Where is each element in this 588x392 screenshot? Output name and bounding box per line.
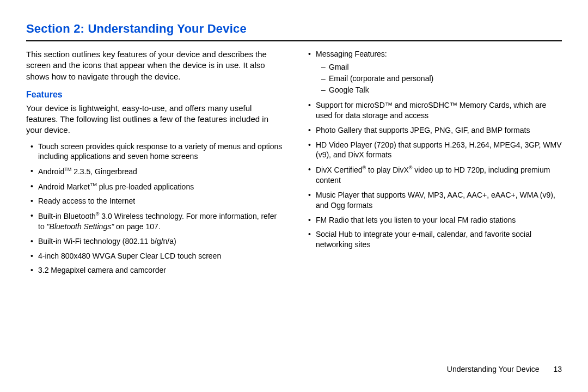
messaging-sublist: Gmail Email (corporate and personal) Goo…: [316, 62, 562, 96]
list-item: Ready access to the Internet: [33, 196, 284, 206]
text: Messaging Features:: [316, 50, 387, 58]
text: 2.3.5, Gingerbread: [71, 167, 137, 176]
list-item: DivX Certified® to play DivX® video up t…: [310, 164, 562, 185]
list-item: HD Video Player (720p) that supports H.2…: [310, 140, 562, 161]
list-item: Android MarketTM plus pre-loaded applica…: [33, 181, 284, 192]
content-columns: This section outlines key features of yo…: [26, 49, 562, 280]
list-item: Built-in Bluetooth® 3.0 Wireless technol…: [33, 211, 284, 231]
trademark-sup: TM: [90, 182, 97, 187]
right-column: Messaging Features: Gmail Email (corpora…: [304, 49, 562, 280]
list-item: FM Radio that lets you listen to your lo…: [310, 215, 562, 225]
list-item: Gmail: [323, 62, 562, 73]
list-item: 4-inch 800x480 WVGA Super Clear LCD touc…: [33, 251, 284, 261]
section-title: Section 2: Understanding Your Device: [26, 22, 562, 36]
page-footer: Understanding Your Device 13: [447, 365, 562, 373]
list-item: Support for microSD™ and microSDHC™ Memo…: [310, 100, 562, 121]
left-column: This section outlines key features of yo…: [26, 49, 284, 280]
list-item: Email (corporate and personal): [323, 73, 562, 84]
list-item: 3.2 Megapixel camera and camcorder: [33, 265, 284, 275]
features-list-right: Messaging Features: Gmail Email (corpora…: [304, 49, 562, 250]
features-intro: Your device is lightweight, easy-to-use,…: [26, 103, 284, 136]
footer-label: Understanding Your Device: [447, 365, 540, 373]
text: Android: [38, 167, 64, 176]
intro-paragraph: This section outlines key features of yo…: [26, 49, 284, 82]
list-item: Google Talk: [323, 84, 562, 96]
list-item: AndroidTM 2.3.5, Gingerbread: [33, 166, 284, 177]
page-number: 13: [553, 365, 562, 373]
features-heading: Features: [26, 90, 284, 100]
list-item: Built-in Wi-Fi technology (802.11 b/g/n/…: [33, 236, 284, 247]
italic-ref: "Bluetooth Settings": [47, 222, 114, 231]
text: DivX Certified: [316, 166, 363, 174]
list-item: Touch screen provides quick response to …: [33, 142, 284, 162]
text: Built-in Bluetooth: [38, 212, 96, 220]
text: to play DivX: [366, 166, 409, 174]
list-item: Messaging Features: Gmail Email (corpora…: [310, 49, 562, 96]
text: on page 107.: [114, 222, 161, 231]
text: Android Market: [38, 182, 90, 191]
title-rule: [26, 40, 562, 41]
list-item: Photo Gallery that supports JPEG, PNG, G…: [310, 125, 562, 136]
text: plus pre-loaded applications: [97, 182, 194, 191]
features-list-left: Touch screen provides quick response to …: [26, 142, 284, 276]
list-item: Music Player that supports WAV, MP3, AAC…: [310, 190, 562, 211]
list-item: Social Hub to integrate your e-mail, cal…: [310, 229, 562, 250]
trademark-sup: TM: [64, 167, 71, 172]
